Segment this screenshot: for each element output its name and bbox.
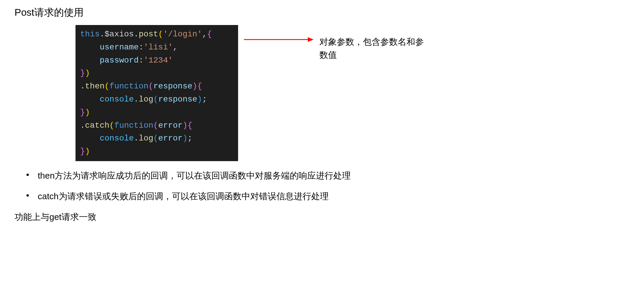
code-token: { xyxy=(188,121,193,130)
code-token: ( xyxy=(153,134,158,143)
code-token: log xyxy=(139,95,153,104)
code-token: . xyxy=(134,134,139,143)
code-token: function xyxy=(109,82,148,91)
code-token: ) xyxy=(183,121,188,130)
code-block: this.$axios.post('/login',{ username:'li… xyxy=(75,25,238,161)
bullet-list: then方法为请求响应成功后的回调，可以在该回调函数中对服务端的响应进行处理 c… xyxy=(23,170,629,202)
code-token: '1234' xyxy=(143,56,173,65)
code-token: ) xyxy=(193,82,197,91)
code-token: response xyxy=(153,82,192,91)
code-token: post xyxy=(139,30,158,39)
code-token: ) xyxy=(85,108,90,117)
code-token: . xyxy=(80,121,85,130)
code-token: , xyxy=(173,43,178,52)
list-item: catch为请求错误或失败后的回调，可以在该回调函数中对错误信息进行处理 xyxy=(23,190,629,202)
code-token: { xyxy=(207,30,212,39)
code-token: { xyxy=(197,82,202,91)
code-token: ( xyxy=(153,121,158,130)
code-token: then xyxy=(85,82,105,91)
code-token: ; xyxy=(202,95,207,104)
content-row: this.$axios.post('/login',{ username:'li… xyxy=(75,25,629,161)
code-token: username xyxy=(100,43,138,52)
code-token: $axios xyxy=(105,30,134,39)
code-token: } xyxy=(80,147,85,156)
section-heading: Post请求的使用 xyxy=(15,6,629,19)
code-token: this xyxy=(80,30,100,39)
code-token: . xyxy=(134,95,139,104)
code-token: error xyxy=(158,134,183,143)
code-token: . xyxy=(134,30,139,39)
code-token: '/login' xyxy=(163,30,202,39)
code-token: ; xyxy=(188,134,193,143)
code-token: error xyxy=(158,121,183,130)
code-token: ( xyxy=(153,95,158,104)
code-token xyxy=(80,56,100,65)
code-token: ( xyxy=(105,82,109,91)
code-token: ) xyxy=(85,69,90,78)
code-token: ) xyxy=(183,134,188,143)
code-token: log xyxy=(139,134,153,143)
code-token: console xyxy=(100,95,134,104)
footer-text: 功能上与get请求一致 xyxy=(15,211,629,223)
code-token: : xyxy=(139,43,144,52)
code-token: catch xyxy=(85,121,109,130)
code-token: response xyxy=(158,95,197,104)
annotation-wrap: 对象参数，包含参数名和参数值 xyxy=(244,35,424,61)
code-token xyxy=(80,43,100,52)
code-token: } xyxy=(80,108,85,117)
code-token: } xyxy=(80,69,85,78)
list-item: then方法为请求响应成功后的回调，可以在该回调函数中对服务端的响应进行处理 xyxy=(23,170,629,182)
code-token: ) xyxy=(197,95,202,104)
code-token xyxy=(80,134,100,143)
code-token: , xyxy=(202,30,207,39)
code-token: : xyxy=(139,56,144,65)
code-token: ( xyxy=(109,121,114,130)
code-token: function xyxy=(114,121,153,130)
svg-marker-1 xyxy=(308,37,314,42)
code-token: ) xyxy=(85,147,90,156)
code-token: console xyxy=(100,134,134,143)
code-token: password xyxy=(100,56,138,65)
arrow-icon xyxy=(244,35,314,44)
code-token: 'lisi' xyxy=(143,43,173,52)
code-token xyxy=(80,95,100,104)
code-token: ( xyxy=(148,82,153,91)
code-token: ( xyxy=(158,30,163,39)
code-token: . xyxy=(100,30,105,39)
annotation-text: 对象参数，包含参数名和参数值 xyxy=(319,35,424,61)
code-token: . xyxy=(80,82,85,91)
